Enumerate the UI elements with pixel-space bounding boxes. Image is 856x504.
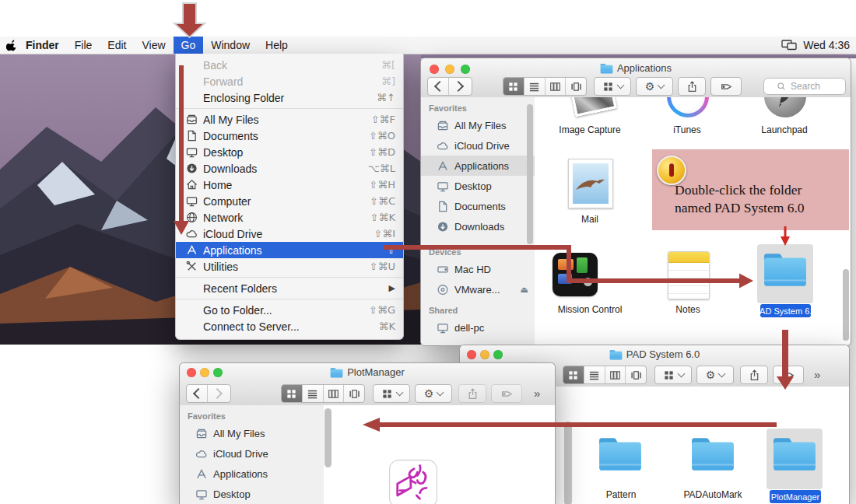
list-view-button[interactable]: [302, 385, 323, 402]
itunes-icon[interactable]: [667, 97, 709, 117]
toolbar-overflow-button[interactable]: »: [534, 387, 539, 400]
app-label[interactable]: iTunes: [648, 124, 726, 135]
apple-menu-icon[interactable]: [6, 39, 18, 51]
content-scrollbar[interactable]: [325, 408, 332, 467]
menu-item-desktop[interactable]: Desktop ⇧⌘D: [176, 144, 403, 160]
pattern-folder-icon[interactable]: [598, 435, 643, 472]
tag-button[interactable]: [773, 366, 804, 384]
forward-button[interactable]: [448, 78, 469, 95]
app-label[interactable]: Notes: [649, 304, 727, 315]
menu-item-network[interactable]: Network ⇧⌘K: [176, 209, 403, 226]
window-scrollbar[interactable]: [843, 269, 849, 341]
sidebar-item-icloud-drive[interactable]: iCloud Drive: [180, 443, 324, 464]
search-input[interactable]: [789, 80, 833, 93]
menu-item-computer[interactable]: Computer ⇧⌘C: [176, 193, 403, 209]
applications-titlebar[interactable]: Applications ⚙: [421, 58, 851, 98]
menubar-item-finder[interactable]: Finder: [18, 37, 67, 54]
back-button[interactable]: [428, 78, 448, 95]
toolbar-overflow-button[interactable]: »: [814, 368, 819, 381]
tag-button[interactable]: [710, 77, 742, 96]
sidebar-item-all-my-files[interactable]: All My Files: [421, 115, 535, 135]
column-view-button[interactable]: [323, 385, 344, 402]
icon-view-button[interactable]: [282, 385, 302, 402]
arrange-button[interactable]: [594, 77, 631, 96]
menubar-clock[interactable]: Wed 4:36: [803, 39, 850, 51]
menu-item-all-my-files[interactable]: All My Files ⇧⌘F: [176, 111, 403, 128]
plot-manager-app-icon[interactable]: [388, 459, 438, 504]
gear-icon: ⚙: [424, 387, 434, 400]
menu-item-recent-folders[interactable]: Recent Folders ▶: [176, 280, 403, 296]
menu-item-downloads[interactable]: Downloads ⌥⌘L: [176, 160, 403, 177]
back-button[interactable]: [187, 385, 207, 402]
sidebar-item-dell-pc[interactable]: dell-pc: [421, 317, 535, 338]
pad-system-folder-icon[interactable]: [763, 250, 808, 288]
sidebar-item-applications[interactable]: Applications: [180, 464, 324, 484]
menu-item-documents[interactable]: Documents ⇧⌘O: [176, 128, 403, 144]
search-field[interactable]: [763, 78, 846, 95]
plotmanager-titlebar[interactable]: PlotManager ⚙ »: [180, 363, 555, 406]
menubar-item-file[interactable]: File: [67, 37, 100, 54]
eject-icon[interactable]: ⏏: [521, 285, 528, 295]
plotmanager-folder-icon[interactable]: [772, 435, 817, 472]
tag-button[interactable]: [491, 384, 522, 403]
app-label[interactable]: Mail: [551, 214, 629, 225]
column-view-button[interactable]: [605, 366, 626, 383]
app-label[interactable]: Mission Control: [543, 304, 637, 315]
menu-item-icloud-drive[interactable]: iCloud Drive ⇧⌘I: [176, 226, 403, 242]
menubar-item-window[interactable]: Window: [203, 37, 258, 54]
share-button[interactable]: [740, 366, 768, 384]
menubar-item-go[interactable]: Go: [174, 37, 204, 54]
sidebar-scrollbar[interactable]: [527, 104, 533, 244]
menubar-item-edit[interactable]: Edit: [100, 37, 134, 54]
sidebar-item-downloads[interactable]: Downloads: [421, 216, 535, 236]
menu-item-connect-to-server[interactable]: Connect to Server... ⌘K: [176, 318, 403, 334]
sidebar-item-icloud-drive[interactable]: iCloud Drive: [421, 135, 535, 156]
launchpad-icon[interactable]: [764, 97, 806, 117]
column-view-button[interactable]: [545, 78, 566, 95]
action-button[interactable]: ⚙: [636, 77, 673, 96]
folder-label[interactable]: PADAutoMark: [674, 489, 752, 500]
bird-icon: [573, 170, 609, 196]
menu-item-applications[interactable]: Applications ⇧: [176, 242, 403, 258]
pad-system-folder-label[interactable]: PAD System 6.0: [760, 304, 811, 317]
arrange-button[interactable]: [654, 366, 692, 384]
menubar-item-view[interactable]: View: [134, 37, 173, 54]
action-button[interactable]: ⚙: [696, 366, 734, 384]
menubar-item-help[interactable]: Help: [258, 37, 296, 54]
screen-sharing-icon[interactable]: [781, 40, 797, 51]
mission-control-icon[interactable]: [553, 253, 598, 296]
mail-icon[interactable]: [568, 159, 613, 208]
app-label[interactable]: Image Capture: [551, 124, 629, 135]
sidebar-item-desktop[interactable]: Desktop: [421, 176, 535, 196]
coverflow-view-button[interactable]: [343, 385, 364, 402]
sidebar-item-desktop[interactable]: Desktop: [180, 484, 324, 504]
content-scrollbar[interactable]: [564, 422, 572, 504]
plotmanager-folder-label[interactable]: PlotManager: [770, 490, 821, 503]
coverflow-view-button[interactable]: [625, 366, 646, 383]
sidebar-item-documents[interactable]: Documents: [421, 196, 535, 216]
share-button[interactable]: [458, 384, 486, 403]
list-view-button[interactable]: [584, 366, 605, 383]
sidebar-item-mac-hd[interactable]: Mac HD: [421, 259, 535, 279]
folder-label[interactable]: Pattern: [582, 489, 660, 500]
icon-view-button[interactable]: [563, 366, 584, 383]
notes-icon[interactable]: [668, 251, 710, 299]
sidebar-item-all-my-files[interactable]: All My Files: [180, 423, 324, 443]
app-label[interactable]: Launchpad: [745, 124, 823, 135]
arrange-button[interactable]: [373, 384, 410, 403]
sidebar-item-applications[interactable]: Applications: [421, 156, 535, 176]
menu-item-utilities[interactable]: Utilities ⇧⌘U: [176, 258, 403, 275]
sidebar-header-favorites: Favorites: [180, 405, 324, 423]
menu-item-go-to-folder[interactable]: Go to Folder... ⇧⌘G: [176, 302, 403, 318]
menu-item-home[interactable]: Home ⇧⌘H: [176, 177, 403, 193]
list-view-button[interactable]: [524, 78, 545, 95]
menu-item-enclosing-folder[interactable]: Enclosing Folder ⌘↑: [176, 89, 403, 106]
sidebar-item-vmware[interactable]: VMware... ⏏: [421, 279, 535, 299]
share-button[interactable]: [678, 77, 706, 96]
action-button[interactable]: ⚙: [415, 384, 452, 403]
padautomark-folder-icon[interactable]: [690, 435, 735, 472]
forward-button[interactable]: [207, 385, 228, 402]
icon-view-button[interactable]: [503, 78, 524, 95]
coverflow-view-button[interactable]: [565, 78, 586, 95]
image-capture-icon[interactable]: [569, 97, 617, 117]
